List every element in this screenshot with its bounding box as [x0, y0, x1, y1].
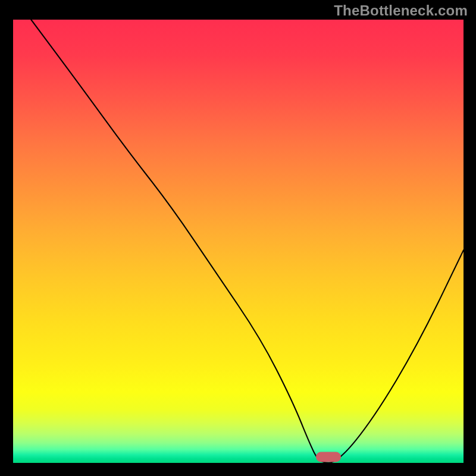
plot-area: [13, 20, 464, 463]
optimal-point-marker: [316, 452, 341, 462]
attribution-label: TheBottleneck.com: [334, 2, 468, 19]
chart-frame: TheBottleneck.com: [0, 0, 476, 476]
heat-gradient-background: [13, 20, 464, 463]
